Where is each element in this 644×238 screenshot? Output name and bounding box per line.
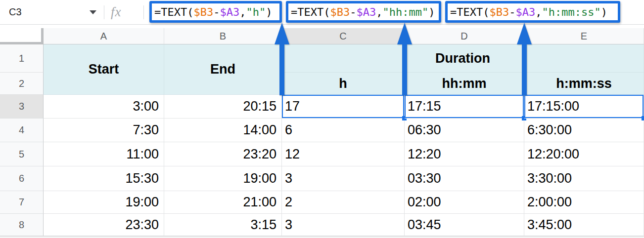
cell-E5[interactable]: 12:20:00 xyxy=(524,142,644,166)
formula-token: $B3 xyxy=(330,6,350,18)
column-header-B[interactable]: B xyxy=(164,28,282,44)
row-header-2[interactable]: 2 xyxy=(0,73,44,95)
formula-token: , xyxy=(239,6,246,18)
formula-token: - xyxy=(350,6,356,18)
formula-token: - xyxy=(509,6,515,18)
cell-D7[interactable]: 02:00 xyxy=(405,191,524,214)
cell-A4[interactable]: 7:30 xyxy=(44,119,164,142)
cell-E8[interactable]: 3:45:00 xyxy=(524,214,644,236)
formula-box-hh-mm[interactable]: =TEXT($B3-$A3,"hh:mm") xyxy=(286,1,441,23)
cell-format-h-mm-ss-header[interactable]: h:mm:ss xyxy=(524,73,644,95)
formula-token: , xyxy=(376,6,382,18)
cell-E4[interactable]: 6:30:00 xyxy=(524,119,644,142)
cell-B8[interactable]: 3:15 xyxy=(164,214,282,236)
formula-token: =TEXT( xyxy=(450,6,489,18)
cell-B7[interactable]: 21:00 xyxy=(164,191,282,214)
cell-format-h-header[interactable]: h xyxy=(282,73,405,95)
row-header-6[interactable]: 6 xyxy=(0,166,44,191)
cell-C6[interactable]: 3 xyxy=(282,166,405,191)
sheet-bottom-edge xyxy=(0,236,644,238)
column-header-D[interactable]: D xyxy=(405,28,524,44)
formula-token: $B3 xyxy=(489,6,509,18)
formula-token: "h:mm:ss" xyxy=(542,6,600,18)
cell-start-header[interactable]: Start xyxy=(44,44,164,95)
cell-duration-header[interactable]: Duration xyxy=(282,44,644,73)
cell-A3[interactable]: 3:00 xyxy=(44,95,164,119)
formula-token: $A3 xyxy=(515,6,535,18)
row-header-1[interactable]: 1 xyxy=(0,44,44,73)
cell-D4[interactable]: 06:30 xyxy=(405,119,524,142)
cell-D5[interactable]: 12:20 xyxy=(405,142,524,166)
row-header-5[interactable]: 5 xyxy=(0,142,44,166)
cell-C8[interactable]: 3 xyxy=(282,214,405,236)
divider xyxy=(143,5,144,19)
cell-A5[interactable]: 11:00 xyxy=(44,142,164,166)
column-header-A[interactable]: A xyxy=(44,28,164,44)
select-all-corner[interactable] xyxy=(0,28,44,44)
cell-D8[interactable]: 03:45 xyxy=(405,214,524,236)
cell-E7[interactable]: 2:00:00 xyxy=(524,191,644,214)
function-fx-icon: fx xyxy=(111,0,122,24)
name-box-cell-reference: C3 xyxy=(9,6,22,18)
formula-token: ) xyxy=(601,6,607,18)
formula-token: $B3 xyxy=(193,6,213,18)
name-box[interactable]: C3 xyxy=(0,0,104,24)
divider xyxy=(104,5,104,19)
cell-B5[interactable]: 23:20 xyxy=(164,142,282,166)
formula-token: ) xyxy=(266,6,272,18)
row-header-4[interactable]: 4 xyxy=(0,119,44,142)
formula-bar: C3 fx =TEXT($B3-$A3,"h") =TEXT($B3-$A3,"… xyxy=(0,0,644,25)
cell-A8[interactable]: 23:30 xyxy=(44,214,164,236)
row-header-8[interactable]: 8 xyxy=(0,214,44,236)
spreadsheet-window: C3 fx =TEXT($B3-$A3,"h") =TEXT($B3-$A3,"… xyxy=(0,0,644,238)
cell-C5[interactable]: 12 xyxy=(282,142,405,166)
cell-B3[interactable]: 20:15 xyxy=(164,95,282,119)
cell-C4[interactable]: 6 xyxy=(282,119,405,142)
formula-box-h-mm-ss[interactable]: =TEXT($B3-$A3,"h:mm:ss") xyxy=(445,1,620,23)
cell-A7[interactable]: 19:00 xyxy=(44,191,164,214)
cell-end-header[interactable]: End xyxy=(164,44,282,95)
cell-D3[interactable]: 17:15 xyxy=(405,95,524,119)
cell-C3[interactable]: 17 xyxy=(282,95,405,119)
cell-format-hh-mm-header[interactable]: hh:mm xyxy=(405,73,524,95)
cell-E3[interactable]: 17:15:00 xyxy=(524,95,644,119)
formula-token: , xyxy=(535,6,542,18)
cell-C7[interactable]: 2 xyxy=(282,191,405,214)
formula-token: ) xyxy=(428,6,435,18)
row-header-7[interactable]: 7 xyxy=(0,191,44,214)
sheet-grid: Start End Duration h hh:mm h:mm:ss ABCDE… xyxy=(0,28,644,236)
formula-token: $A3 xyxy=(356,6,376,18)
formula-token: =TEXT( xyxy=(291,6,330,18)
cell-A6[interactable]: 15:30 xyxy=(44,166,164,191)
chevron-down-icon xyxy=(90,10,96,14)
formula-token: $A3 xyxy=(220,6,239,18)
formula-token: - xyxy=(213,6,220,18)
cell-B6[interactable]: 19:00 xyxy=(164,166,282,191)
formula-token: =TEXT( xyxy=(154,6,193,18)
formula-token: "hh:mm" xyxy=(382,6,428,18)
formula-box-h[interactable]: =TEXT($B3-$A3,"h") xyxy=(149,1,282,23)
column-header-E[interactable]: E xyxy=(524,28,644,44)
cell-B4[interactable]: 14:00 xyxy=(164,119,282,142)
row-header-3[interactable]: 3 xyxy=(0,95,44,119)
formula-token: "h" xyxy=(246,6,266,18)
cell-E6[interactable]: 3:30:00 xyxy=(524,166,644,191)
column-header-C[interactable]: C xyxy=(282,28,405,44)
cell-D6[interactable]: 03:30 xyxy=(405,166,524,191)
